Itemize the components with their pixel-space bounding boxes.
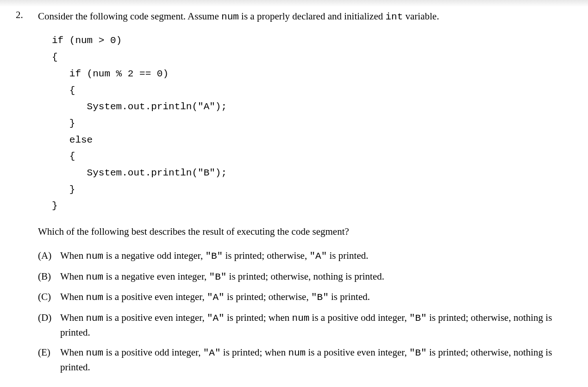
answer-choices: (A) When num is a negative odd integer, … <box>38 249 569 374</box>
choice-d: (D) When num is a positive even integer,… <box>38 311 569 340</box>
code-inline: num <box>86 251 103 262</box>
code-inline: "B" <box>209 272 227 282</box>
code-inline: num <box>86 313 103 324</box>
question-page: 2. Consider the following code segment. … <box>0 0 588 387</box>
code-line: System.out.println("B"); <box>52 168 227 178</box>
choice-text: When num is a negative even integer, "B"… <box>60 269 569 284</box>
question-block: 2. Consider the following code segment. … <box>14 9 569 380</box>
choice-text: When num is a negative odd integer, "B" … <box>60 249 569 263</box>
code-inline: num <box>221 12 239 22</box>
choice-a: (A) When num is a negative odd integer, … <box>38 249 569 263</box>
code-inline: "A" <box>309 251 327 262</box>
code-line: if (num % 2 == 0) <box>52 69 169 79</box>
code-inline: "B" <box>311 292 329 303</box>
code-inline: num <box>86 272 103 282</box>
code-inline: "A" <box>207 313 225 324</box>
choice-label: (E) <box>38 345 60 359</box>
stem-text: variable. <box>403 11 439 22</box>
code-line: { <box>52 85 75 96</box>
code-inline: "A" <box>203 348 221 358</box>
code-inline: "A" <box>207 292 225 303</box>
choice-b: (B) When num is a negative even integer,… <box>38 269 569 284</box>
code-inline: num <box>86 348 103 358</box>
code-block: if (num > 0) { if (num % 2 == 0) { Syste… <box>52 32 569 214</box>
code-line: System.out.println("A"); <box>52 101 227 112</box>
question-body: Consider the following code segment. Ass… <box>38 9 569 380</box>
code-line: } <box>52 184 75 195</box>
choice-label: (D) <box>38 311 60 325</box>
question-number: 2. <box>14 9 38 21</box>
stem-text: Consider the following code segment. Ass… <box>38 11 221 22</box>
code-inline: num <box>288 348 306 358</box>
code-inline: "B" <box>409 313 427 324</box>
code-line: { <box>52 52 58 62</box>
choice-c: (C) When num is a positive even integer,… <box>38 290 569 305</box>
question-stem: Consider the following code segment. Ass… <box>38 9 569 24</box>
code-inline: num <box>292 313 310 324</box>
code-inline: int <box>385 12 403 22</box>
code-line: if (num > 0) <box>52 35 122 46</box>
stem-text: is a properly declared and initialized <box>239 11 386 22</box>
code-line: { <box>52 151 75 162</box>
choice-text: When num is a positive odd integer, "A" … <box>60 345 569 375</box>
choice-e: (E) When num is a positive odd integer, … <box>38 345 569 375</box>
choice-label: (B) <box>38 269 60 283</box>
code-inline: "B" <box>205 251 223 262</box>
choice-text: When num is a positive even integer, "A"… <box>60 311 569 340</box>
choice-label: (C) <box>38 290 60 304</box>
code-line: } <box>52 118 75 129</box>
code-line: } <box>52 200 58 211</box>
code-inline: "B" <box>409 348 427 358</box>
code-line: else <box>52 135 93 145</box>
sub-question: Which of the following best describes th… <box>38 225 569 238</box>
choice-text: When num is a positive even integer, "A"… <box>60 290 569 305</box>
code-inline: num <box>86 292 103 303</box>
choice-label: (A) <box>38 249 60 262</box>
